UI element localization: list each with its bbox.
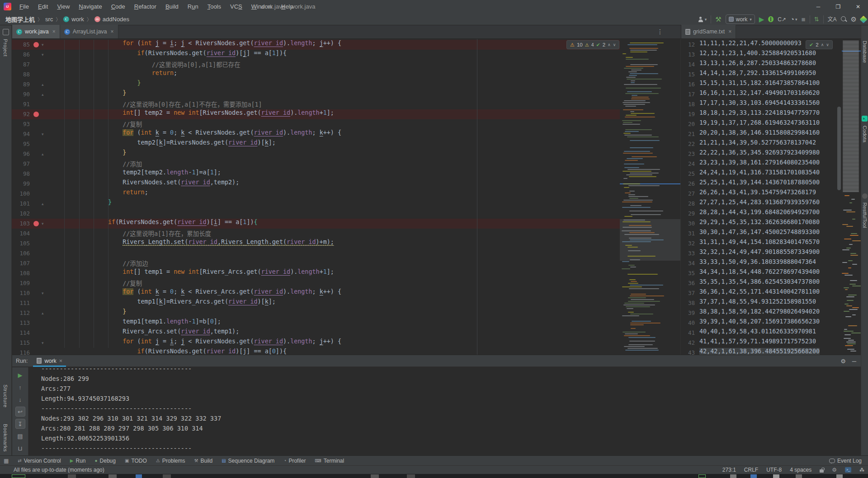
code-line[interactable]: int[] temp2 = new int[RiversNodes.get(ri… — [50, 109, 334, 119]
breadcrumb-work[interactable]: Cwork — [63, 16, 84, 23]
fold-marker-icon[interactable]: ▾ — [42, 219, 47, 229]
stripe-restfultool[interactable]: RestfulTool — [862, 202, 868, 228]
tab-options-kebab-icon[interactable]: ⋮ — [657, 28, 663, 35]
toolwindow-button-terminal[interactable]: ⌨Terminal — [310, 456, 349, 466]
scrollbar-thumb[interactable] — [837, 107, 841, 190]
tool-window-switcher-icon[interactable]: ▦ — [4, 458, 9, 464]
soft-wrap-toggle[interactable]: ↩ — [15, 407, 25, 417]
code-line[interactable]: //复制 — [50, 119, 142, 129]
prev-problem-icon[interactable]: ∧ — [821, 42, 824, 47]
menu-vcs[interactable]: VCS — [226, 0, 247, 13]
minimize-button[interactable]: ─ — [808, 0, 828, 13]
project-stripe-icon[interactable] — [3, 29, 9, 35]
menu-code[interactable]: Code — [107, 0, 130, 13]
file-encoding[interactable]: UTF-8 — [766, 467, 782, 473]
code-line[interactable]: RiversNodes.set(river_id,temp2); — [50, 179, 239, 189]
taskbar-icon[interactable] — [836, 474, 843, 478]
build-hammer-icon[interactable]: ⚒ — [715, 15, 721, 24]
fold-marker-icon[interactable]: ▴ — [42, 89, 47, 99]
tab-arraylist-java[interactable]: CArrayList.java× — [60, 25, 118, 38]
menu-run[interactable]: Run — [183, 0, 203, 13]
taskbar-icon[interactable] — [371, 474, 379, 478]
code-line[interactable]: } — [50, 308, 126, 318]
csv-line[interactable]: 24,24,1,19,41,316.731581701083540 — [699, 169, 820, 179]
vcs-status-message[interactable]: All files are up-to-date (moments ago) — [14, 467, 104, 473]
inspections-widget-left[interactable]: ⚠10 ⚠4 ✔2 ∧ ∨ — [566, 40, 619, 49]
stripe-bookmarks[interactable]: Bookmarks — [3, 424, 8, 452]
hide-tool-window-icon[interactable]: ─ — [852, 358, 856, 365]
taskbar-icon[interactable] — [68, 474, 76, 478]
fold-marker-icon[interactable]: ▾ — [42, 40, 47, 50]
paw-tray-icon[interactable]: ⁂ — [859, 467, 864, 473]
code-line[interactable]: temp1[temp1.length-1]=b[0]; — [50, 318, 221, 328]
csv-line[interactable]: 13,13,1,26,8,287.250334863278680 — [699, 60, 816, 70]
code-line[interactable]: if(RiversNodes.get(river_id)[j] == a[1])… — [50, 50, 287, 60]
csv-line[interactable]: 30,30,1,47,36,147.450025748893300 — [699, 229, 820, 239]
csv-line[interactable]: 25,25,1,41,39,144.143670187880500 — [699, 179, 820, 189]
scroll-to-end-toggle[interactable]: ↧ — [15, 419, 25, 429]
code-line[interactable]: for (int j = i; j < RiversNodes.get(rive… — [50, 40, 341, 50]
inspections-widget-right[interactable]: ✔2 ∧ ∨ — [806, 40, 833, 49]
restfultool-icon[interactable] — [862, 193, 868, 199]
codota-icon[interactable]: >_ — [862, 116, 868, 122]
code-line[interactable]: Rivers_Length.set(river_id,Rivers_Length… — [50, 239, 334, 248]
csv-line[interactable]: 12,12,1,23,1,400.325884920531680 — [699, 50, 816, 60]
code-line[interactable]: } — [50, 199, 112, 209]
close-icon[interactable]: × — [52, 28, 56, 35]
breakpoint-icon[interactable] — [33, 221, 39, 226]
csv-line[interactable]: 39,39,1,40,58,207.156917386656230 — [699, 318, 820, 328]
csv-line[interactable]: 32,32,1,24,49,447.901885587334900 — [699, 248, 820, 258]
code-line[interactable]: Rivers_Arcs.set(river_id,temp1); — [50, 328, 239, 338]
breadcrumb-project[interactable]: 地图学上机 — [5, 15, 35, 23]
attach-debugger-icon[interactable]: ⇅ — [814, 15, 819, 24]
coverage-button[interactable]: C↗ — [778, 15, 786, 24]
debug-button[interactable] — [768, 16, 774, 22]
code-line[interactable]: temp2[temp2.length-1]=a[1]; — [50, 169, 221, 179]
csv-line[interactable]: 33,33,1,50,49,36.180339888047364 — [699, 258, 816, 268]
csv-line[interactable]: 36,36,1,42,55,171.443140042781100 — [699, 288, 820, 298]
csv-line[interactable]: 17,17,1,30,33,103.694541433361560 — [699, 99, 820, 109]
csv-line[interactable]: 23,23,1,39,38,161.279164080235400 — [699, 159, 820, 169]
toolwindow-button-debug[interactable]: ●Debug — [90, 456, 120, 466]
taskbar-icon[interactable] — [407, 474, 415, 478]
code-line[interactable]: return; — [50, 70, 177, 80]
stripe-structure[interactable]: Structure — [3, 384, 8, 408]
csv-line[interactable]: 15,15,1,31,15,182.916473857864100 — [699, 80, 820, 89]
indent-style[interactable]: 4 spaces — [790, 467, 811, 473]
csv-line[interactable]: 14,14,1,28,7,292.133615499106950 — [699, 70, 816, 80]
toolwindow-button-build[interactable]: ⚒Build — [189, 456, 217, 466]
menu-tools[interactable]: Tools — [203, 0, 226, 13]
menu-file[interactable]: File — [15, 0, 33, 13]
run-button[interactable]: ▶ — [759, 15, 764, 24]
csv-line[interactable]: 29,29,1,45,35,132.362636680170080 — [699, 219, 820, 229]
stop-button[interactable]: ■ — [802, 15, 806, 24]
breadcrumb-addnodes[interactable]: maddNodes — [94, 16, 129, 23]
csv-line[interactable]: 11,11,1,22,21,47.50000000093 — [699, 40, 802, 50]
stripe-project[interactable]: Project — [3, 39, 8, 56]
fold-marker-icon[interactable]: ▴ — [42, 80, 47, 89]
toolwindow-button-todo[interactable]: ▣TODO — [120, 456, 151, 466]
rerun-button[interactable]: ▶ — [15, 370, 25, 380]
csv-line[interactable]: 16,16,1,21,32,147.494901703160620 — [699, 89, 820, 99]
fold-marker-icon[interactable]: ▴ — [42, 149, 47, 159]
code-line[interactable]: } — [50, 89, 126, 99]
csv-line[interactable]: 40,40,1,59,58,43.011626335970981 — [699, 328, 816, 338]
code-line[interactable]: for (int k = 0; k < Rivers_Arcs.get(rive… — [50, 288, 341, 298]
csv-line[interactable]: 27,27,1,25,44,283.913687939359760 — [699, 199, 820, 209]
close-icon[interactable]: × — [111, 28, 114, 35]
text-editor-gridsame[interactable]: 1211,11,1,22,21,47.500000000931312,12,1,… — [681, 39, 842, 355]
settings-gear-icon[interactable]: ⚙ — [851, 15, 857, 24]
taskbar-icon[interactable] — [750, 474, 757, 478]
fold-marker-icon[interactable]: ▾ — [42, 288, 47, 298]
taskbar-icon[interactable] — [12, 474, 25, 478]
csv-line[interactable]: 28,28,1,44,43,199.684820694929700 — [699, 209, 820, 219]
toolwindow-button-vc[interactable]: ⇄Version Control — [13, 456, 65, 466]
caret-position[interactable]: 273:1 — [722, 467, 736, 473]
user-menu-button[interactable]: ▾ — [698, 17, 707, 22]
run-configuration-select[interactable]: work▾ — [726, 14, 755, 24]
down-stack-icon[interactable]: ↓ — [15, 394, 25, 404]
code-line[interactable]: temp2[k]=RiversNodes.get(river_id)[k]; — [50, 139, 276, 149]
code-minimap[interactable] — [620, 39, 681, 355]
menu-edit[interactable]: Edit — [33, 0, 52, 13]
csv-line[interactable]: 38,38,1,58,50,182.442798026494020 — [699, 308, 820, 318]
